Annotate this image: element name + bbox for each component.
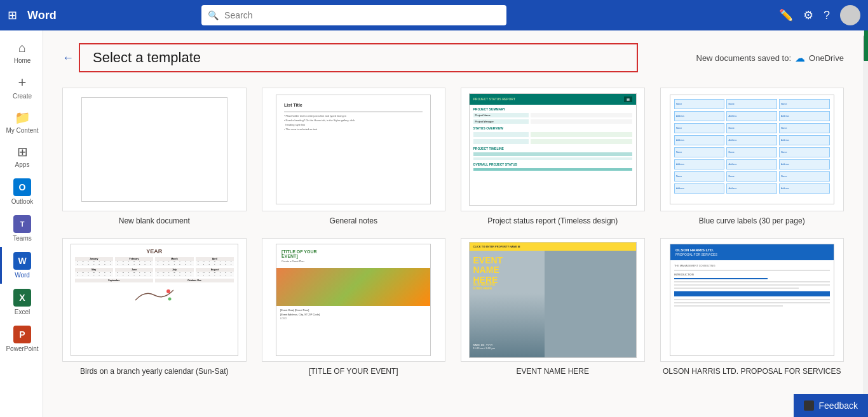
event-flyer-preview: [TITLE OF YOUREVENT] Create a Great Plan…: [276, 244, 431, 357]
right-accent-bar: [864, 30, 868, 61]
topbar-actions: ✏️ ⚙ ?: [779, 5, 860, 25]
calendar-preview: YEAR JanuarySMTWTFS1234567 FebruarySMTWT…: [71, 244, 239, 357]
template-notes-label: General notes: [330, 216, 377, 225]
templates-grid: New blank document List Title • Placehol…: [62, 88, 844, 376]
topbar: ⊞ Word 🔍 ✏️ ⚙ ?: [0, 0, 868, 30]
feedback-label: Feedback: [819, 400, 858, 411]
template-labels-thumbnail[interactable]: NameNameName AddressAddressAddress NameN…: [660, 88, 844, 211]
notes-preview: List Title • Placeholder text to write j…: [276, 95, 431, 205]
event-poster-preview: CLICK TO ENTER PROPERTY NAME ⊞ EVENTNAME…: [469, 242, 637, 358]
app-name: Word: [27, 9, 57, 22]
template-proposal-thumbnail[interactable]: OLSON HARRIS LTD. PROPOSAL FOR SERVICES …: [660, 238, 844, 362]
page-title: Select a template: [93, 50, 201, 65]
page-title-box: Select a template: [79, 43, 638, 72]
project-preview: PROJECT STATUS REPORT 🏢 PROJECT SUMMARY …: [469, 93, 637, 206]
sidebar-item-outlook-label: Outlook: [11, 198, 33, 205]
template-event-poster-thumbnail[interactable]: CLICK TO ENTER PROPERTY NAME ⊞ EVENTNAME…: [461, 238, 645, 362]
sidebar-item-word[interactable]: W Word: [0, 247, 43, 284]
sidebar-item-apps-label: Apps: [15, 161, 30, 168]
folder-icon: 📁: [15, 110, 31, 125]
template-proposal[interactable]: OLSON HARRIS LTD. PROPOSAL FOR SERVICES …: [660, 238, 844, 376]
scrollbar[interactable]: [863, 30, 868, 417]
outlook-icon: O: [13, 178, 31, 196]
sidebar-item-excel-label: Excel: [15, 308, 30, 315]
sidebar-item-excel[interactable]: X Excel: [0, 284, 43, 321]
sidebar-item-outlook[interactable]: O Outlook: [0, 173, 43, 210]
sidebar-item-teams[interactable]: T Teams: [0, 210, 43, 247]
search-input[interactable]: [201, 5, 506, 25]
template-labels[interactable]: NameNameName AddressAddressAddress NameN…: [660, 88, 844, 225]
sidebar-item-apps[interactable]: ⊞ Apps: [0, 139, 43, 173]
template-blank-thumbnail[interactable]: [62, 88, 247, 211]
template-notes-thumbnail[interactable]: List Title • Placeholder text to write j…: [262, 88, 446, 211]
excel-icon: X: [13, 289, 31, 307]
powerpoint-icon: P: [13, 326, 31, 343]
sidebar-item-create-label: Create: [13, 93, 32, 100]
microsoft-editor-icon[interactable]: ✏️: [779, 8, 793, 22]
template-proposal-label: OLSON HARRIS LTD. PROPOSAL FOR SERVICES: [663, 367, 841, 376]
sidebar-item-powerpoint[interactable]: P PowerPoint: [0, 321, 43, 357]
labels-preview: NameNameName AddressAddressAddress NameN…: [670, 95, 834, 205]
template-calendar-label: Birds on a branch yearly calendar (Sun-S…: [80, 367, 228, 376]
svg-point-0: [166, 289, 170, 293]
proposal-preview: OLSON HARRIS LTD. PROPOSAL FOR SERVICES …: [670, 244, 834, 357]
search-bar[interactable]: 🔍: [201, 5, 506, 25]
help-icon[interactable]: ?: [824, 9, 830, 22]
template-project-label: Project status report (Timeless design): [487, 216, 618, 225]
svg-point-1: [168, 297, 171, 300]
onedrive-icon: ☁: [795, 52, 805, 64]
sidebar-item-powerpoint-label: PowerPoint: [6, 345, 38, 352]
apps-icon: ⊞: [17, 144, 28, 159]
template-event-flyer-thumbnail[interactable]: [TITLE OF YOUREVENT] Create a Great Plan…: [262, 238, 446, 362]
template-event-flyer-label: [TITLE OF YOUR EVENT]: [309, 367, 398, 376]
page-header: ← Select a template New documents saved …: [62, 43, 844, 72]
template-event-poster[interactable]: CLICK TO ENTER PROPERTY NAME ⊞ EVENTNAME…: [461, 238, 645, 376]
home-icon: ⌂: [18, 41, 26, 55]
user-avatar[interactable]: [840, 5, 860, 25]
content-area: ← Select a template New documents saved …: [43, 30, 863, 417]
template-blank[interactable]: New blank document: [62, 88, 247, 225]
template-calendar[interactable]: YEAR JanuarySMTWTFS1234567 FebruarySMTWT…: [62, 238, 247, 376]
onedrive-saved-label: New documents saved to:: [696, 53, 792, 63]
sidebar-item-home-label: Home: [14, 57, 31, 64]
onedrive-info: New documents saved to: ☁ OneDrive: [696, 52, 844, 64]
template-project-thumbnail[interactable]: PROJECT STATUS REPORT 🏢 PROJECT SUMMARY …: [461, 88, 645, 211]
sidebar-item-word-label: Word: [15, 272, 30, 279]
teams-icon: T: [13, 215, 31, 233]
sidebar-item-mycontent[interactable]: 📁 My Content: [0, 105, 43, 139]
template-labels-label: Blue curve labels (30 per page): [699, 216, 805, 225]
back-button[interactable]: ←: [62, 51, 74, 65]
word-icon: W: [13, 252, 31, 270]
settings-icon[interactable]: ⚙: [803, 8, 813, 22]
template-event-flyer[interactable]: [TITLE OF YOUREVENT] Create a Great Plan…: [262, 238, 446, 376]
sidebar-item-mycontent-label: My Content: [6, 127, 38, 134]
blank-doc-preview: [81, 97, 227, 201]
main-layout: ⌂ Home + Create 📁 My Content ⊞ Apps O Ou…: [0, 30, 868, 417]
template-calendar-thumbnail[interactable]: YEAR JanuarySMTWTFS1234567 FebruarySMTWT…: [62, 238, 247, 362]
create-icon: +: [18, 74, 27, 91]
template-event-poster-label: EVENT NAME HERE: [517, 367, 589, 376]
sidebar: ⌂ Home + Create 📁 My Content ⊞ Apps O Ou…: [0, 30, 43, 417]
feedback-button[interactable]: Feedback: [794, 394, 868, 417]
onedrive-name: OneDrive: [809, 53, 844, 63]
feedback-icon: [804, 400, 814, 411]
search-icon: 🔍: [208, 10, 219, 20]
template-notes[interactable]: List Title • Placeholder text to write j…: [262, 88, 446, 225]
sidebar-item-teams-label: Teams: [13, 235, 31, 242]
grid-icon[interactable]: ⊞: [8, 8, 17, 22]
sidebar-item-home[interactable]: ⌂ Home: [0, 36, 43, 69]
sidebar-item-create[interactable]: + Create: [0, 69, 43, 105]
template-blank-label: New blank document: [119, 216, 190, 225]
template-project[interactable]: PROJECT STATUS REPORT 🏢 PROJECT SUMMARY …: [461, 88, 645, 225]
